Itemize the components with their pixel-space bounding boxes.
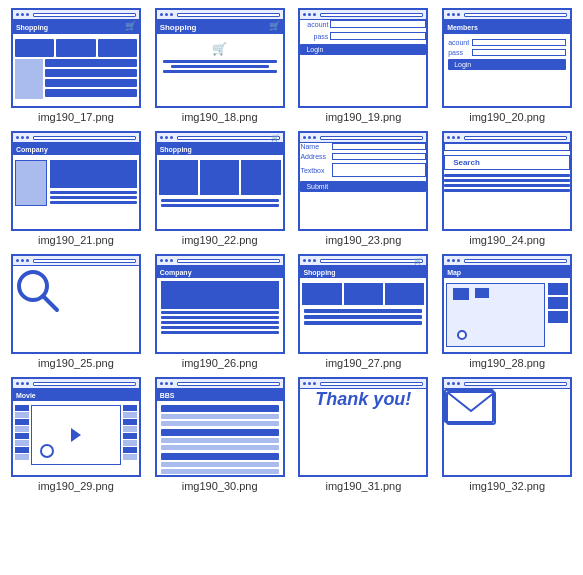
svg-line-1 [43, 296, 57, 310]
strip-row [15, 454, 29, 460]
list-item[interactable]: Company img190_26.png [152, 254, 288, 369]
thumbnail-25[interactable] [11, 254, 141, 354]
login-button[interactable]: Login [300, 44, 426, 55]
address-input[interactable] [332, 153, 426, 160]
envelope-icon [444, 389, 494, 423]
circle-icon [40, 444, 54, 458]
text-lines [157, 199, 283, 207]
filename-label: img190_24.png [469, 234, 545, 246]
line [444, 184, 570, 187]
cell [98, 39, 137, 57]
dot2 [308, 382, 311, 385]
header-title: Shopping [160, 23, 197, 32]
strip-row [123, 454, 137, 460]
thumbnail-32[interactable] [442, 377, 572, 477]
strip-row [15, 419, 29, 425]
thumbnail-26[interactable]: Company [155, 254, 285, 354]
bbs-row [161, 469, 279, 474]
line [161, 199, 279, 202]
dot1 [447, 13, 450, 16]
film-strip-right [123, 405, 137, 465]
dot3 [457, 13, 460, 16]
input-row [444, 143, 570, 151]
strip-row [123, 447, 137, 453]
login-form: acount pass Login [444, 37, 570, 72]
header-title: Shopping [160, 146, 192, 153]
dot2 [21, 259, 24, 262]
play-icon [71, 428, 81, 442]
list-item[interactable]: Shopping 🛒 [8, 8, 144, 123]
thumbnail-19[interactable]: acount pass Login [298, 8, 428, 108]
body [13, 158, 139, 208]
url-bar [177, 13, 280, 17]
header-title: Movie [16, 392, 36, 399]
main-rows [45, 59, 137, 99]
product-cells [157, 158, 283, 197]
row [45, 59, 137, 67]
cart-icon: 🛒 [269, 21, 280, 31]
thumbnail-17[interactable]: Shopping 🛒 [11, 8, 141, 108]
header-title: Map [447, 269, 461, 276]
line [304, 309, 422, 313]
list-item[interactable]: img190_25.png [8, 254, 144, 369]
name-input[interactable] [332, 143, 426, 150]
thumbnail-21[interactable]: Company [11, 131, 141, 231]
bbs-group [161, 453, 279, 474]
search-input[interactable] [444, 143, 570, 151]
dot3 [170, 382, 173, 385]
dot3 [170, 259, 173, 262]
list-item[interactable]: Company img190_21.png [8, 131, 144, 246]
thumbnail-22[interactable]: Shopping 🛒 [155, 131, 285, 231]
account-input[interactable] [472, 39, 566, 46]
list-item[interactable]: Shopping 🛒 img190_22.png [152, 131, 288, 246]
pass-input[interactable] [330, 32, 426, 40]
list-item[interactable]: img190_32.png [439, 377, 575, 492]
dot1 [16, 136, 19, 139]
thumbnail-20[interactable]: Members acount pass Login [442, 8, 572, 108]
list-item[interactable]: Name Address Textbox Submit img190_23.pn… [296, 131, 432, 246]
account-row: acount [300, 20, 426, 28]
mail-body [444, 389, 570, 423]
main [50, 160, 137, 206]
search-button[interactable]: Search [444, 155, 570, 170]
list-item[interactable]: Movie [8, 377, 144, 492]
filename-label: img190_17.png [38, 111, 114, 123]
line [304, 321, 422, 325]
login-button[interactable]: Login [448, 59, 566, 70]
dot1 [447, 259, 450, 262]
contact-form: Name Address Textbox Submit [300, 143, 426, 192]
list-item[interactable]: Members acount pass Login img190_20.png [439, 8, 575, 123]
map-square2 [475, 288, 489, 298]
list-item[interactable]: Search img190_24.png [439, 131, 575, 246]
list-item[interactable]: Thank you! img190_31.png [296, 377, 432, 492]
thumbnail-28[interactable]: Map [442, 254, 572, 354]
account-label: acount [300, 21, 328, 28]
url-bar [464, 382, 567, 386]
bbs-group [161, 429, 279, 450]
filename-label: img190_29.png [38, 480, 114, 492]
list-item[interactable]: BBS img190_30.png [152, 377, 288, 492]
thumbnail-23[interactable]: Name Address Textbox Submit [298, 131, 428, 231]
list-item[interactable]: Shopping 🛒 img190_27.png [296, 254, 432, 369]
url-bar [320, 136, 423, 140]
thumbnail-31[interactable]: Thank you! [298, 377, 428, 477]
thumbnail-24[interactable]: Search [442, 131, 572, 231]
strip-row [123, 426, 137, 432]
pass-input[interactable] [472, 49, 566, 56]
thumbnail-27[interactable]: Shopping 🛒 [298, 254, 428, 354]
content [13, 37, 139, 101]
browser-bar [300, 256, 426, 266]
thumbnail-30[interactable]: BBS [155, 377, 285, 477]
textbox-input[interactable] [332, 163, 426, 177]
list-item[interactable]: Shopping 🛒 🛒 img190_18.png [152, 8, 288, 123]
thumbnail-18[interactable]: Shopping 🛒 🛒 [155, 8, 285, 108]
dot3 [26, 13, 29, 16]
account-input[interactable] [330, 20, 426, 28]
page-header: BBS [157, 389, 283, 401]
list-item[interactable]: acount pass Login img190_19.png [296, 8, 432, 123]
line [50, 196, 137, 199]
list-item[interactable]: Map img190_28.png [439, 254, 575, 369]
line [163, 60, 277, 63]
submit-button[interactable]: Submit [300, 181, 426, 192]
thumbnail-29[interactable]: Movie [11, 377, 141, 477]
